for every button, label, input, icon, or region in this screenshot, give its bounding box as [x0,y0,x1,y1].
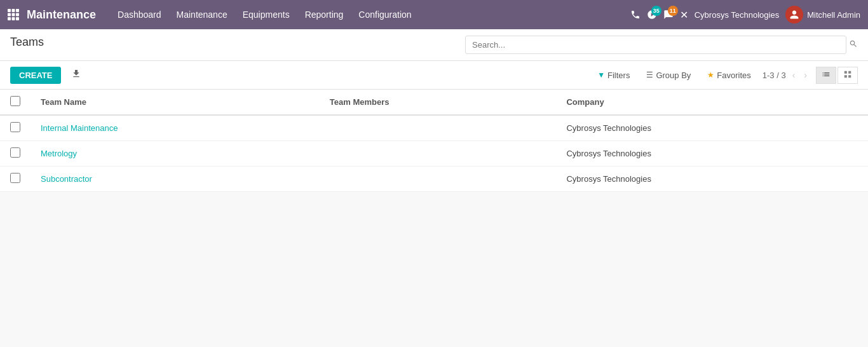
filters-button[interactable]: ▼ Filters [592,68,635,83]
company-name: Cybrosys Technologies [695,10,779,20]
activity-icon[interactable]: 35 [647,10,657,20]
search-area [465,36,858,54]
svg-rect-6 [8,17,11,20]
team-name-cell[interactable]: Internal Maintenance [31,115,320,141]
star-icon: ★ [707,71,714,79]
nav-maintenance[interactable]: Maintenance [170,6,234,24]
prev-page-button[interactable]: ‹ [790,69,798,81]
svg-rect-3 [8,13,11,17]
list-view-button[interactable] [816,67,836,84]
svg-rect-2 [16,9,19,12]
toolbar-right: ▼ Filters ☰ Group By ★ Favorites 1-3 / 3… [592,67,858,84]
filters-label: Filters [607,71,630,80]
row-select-checkbox-2[interactable] [10,173,20,183]
team-members-cell [320,141,557,167]
row-checkbox-cell[interactable] [0,141,31,167]
svg-rect-1 [12,9,15,12]
import-button[interactable] [66,66,86,84]
select-all-header[interactable] [0,90,31,115]
app-title: Maintenance [27,8,96,22]
company-cell: Cybrosys Technologies [556,167,868,192]
create-button[interactable]: CREATE [10,67,61,84]
row-checkbox-cell[interactable] [0,115,31,141]
svg-rect-4 [12,13,15,17]
col-header-company[interactable]: Company [556,90,868,115]
view-toggle [816,67,858,84]
team-members-cell [320,115,557,141]
messages-icon[interactable]: 11 [663,10,674,20]
phone-icon[interactable] [630,10,641,20]
page-title: Teams [10,36,44,54]
groupby-label: Group By [656,71,691,80]
company-cell: Cybrosys Technologies [556,115,868,141]
teams-table: Team Name Team Members Company Internal … [0,90,868,192]
navbar-right: 35 11 ✕ Cybrosys Technologies Mitchell A… [630,6,860,24]
nav-equipments[interactable]: Equipments [236,6,296,24]
team-name-link[interactable]: Subcontractor [41,174,92,184]
table-header-row: Team Name Team Members Company [0,90,868,115]
toolbar-left: CREATE [10,66,86,84]
search-button[interactable] [849,39,858,50]
toolbar: CREATE ▼ Filters ☰ Group By ★ Favorites … [0,61,868,90]
close-icon[interactable]: ✕ [680,9,688,21]
page-header: Teams [0,29,868,61]
activity-badge: 35 [651,6,661,16]
table-row: Metrology Cybrosys Technologies [0,141,868,167]
data-table-container: Team Name Team Members Company Internal … [0,90,868,192]
favorites-button[interactable]: ★ Favorites [702,68,756,83]
next-page-button[interactable]: › [801,69,810,81]
row-select-checkbox-1[interactable] [10,147,20,158]
avatar [785,6,803,24]
favorites-label: Favorites [717,71,750,80]
navbar: Maintenance Dashboard Maintenance Equipm… [0,0,868,29]
team-name-cell[interactable]: Metrology [31,141,320,167]
team-name-link[interactable]: Internal Maintenance [41,123,118,133]
select-all-checkbox[interactable] [10,96,20,106]
nav-configuration[interactable]: Configuration [352,6,417,24]
svg-rect-5 [16,13,19,17]
col-header-team-members[interactable]: Team Members [320,90,557,115]
kanban-view-button[interactable] [837,67,858,84]
search-input[interactable] [465,36,846,54]
nav-reporting[interactable]: Reporting [299,6,350,24]
team-members-cell [320,167,557,192]
messages-badge: 11 [668,6,678,16]
main-nav: Dashboard Maintenance Equipments Reporti… [111,6,630,24]
row-checkbox-cell[interactable] [0,167,31,192]
svg-rect-7 [12,17,15,20]
pagination-text: 1-3 / 3 [763,71,786,80]
groupby-icon: ☰ [646,71,653,79]
filter-icon: ▼ [597,71,605,79]
user-menu[interactable]: Mitchell Admin [785,6,860,24]
col-header-team-name[interactable]: Team Name [31,90,320,115]
team-name-cell[interactable]: Subcontractor [31,167,320,192]
row-select-checkbox-0[interactable] [10,122,20,132]
team-name-link[interactable]: Metrology [41,149,77,158]
table-row: Internal Maintenance Cybrosys Technologi… [0,115,868,141]
svg-rect-0 [8,9,11,12]
table-row: Subcontractor Cybrosys Technologies [0,167,868,192]
user-name: Mitchell Admin [807,10,860,20]
svg-rect-8 [16,17,19,20]
group-by-button[interactable]: ☰ Group By [641,68,696,83]
nav-dashboard[interactable]: Dashboard [111,6,168,24]
apps-icon[interactable] [8,9,19,20]
company-cell: Cybrosys Technologies [556,141,868,167]
pagination: 1-3 / 3 ‹ › [763,69,810,81]
